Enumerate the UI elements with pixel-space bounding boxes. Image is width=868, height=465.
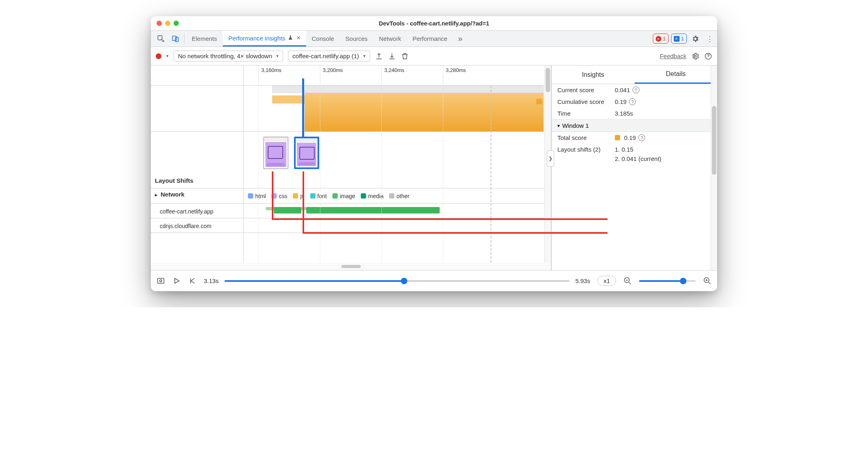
svg-point-6 <box>160 280 162 282</box>
legend-html: html <box>248 193 266 199</box>
close-tab-icon[interactable]: × <box>296 34 300 42</box>
main-area: Layout Shifts Network coffee-cart.netlif… <box>151 66 717 270</box>
device-toolbar-icon[interactable] <box>168 31 182 46</box>
issues-badge[interactable]: ≡ 1 <box>671 34 687 44</box>
svg-rect-2 <box>175 37 178 41</box>
help-icon[interactable] <box>704 52 712 60</box>
zoom-in-icon[interactable] <box>703 277 711 285</box>
network-legend: html css js font image media other <box>244 188 551 204</box>
layout-shifts-track[interactable] <box>244 132 551 188</box>
annotation-line <box>272 171 273 220</box>
zoom-slider[interactable] <box>639 280 696 282</box>
warn-swatch-icon <box>615 135 620 140</box>
more-tabs-icon[interactable]: » <box>453 31 468 46</box>
devtools-tabstrip: Elements Performance insights × Console … <box>151 31 717 47</box>
errors-badge[interactable]: × 1 <box>653 34 669 44</box>
chevron-down-icon: ▾ <box>363 53 366 59</box>
play-icon[interactable] <box>172 277 181 285</box>
marker-icon <box>536 99 542 104</box>
sidebar-scrollbar[interactable] <box>711 66 717 270</box>
svg-rect-5 <box>158 278 164 283</box>
layout-shifts-label: Layout Shifts <box>151 132 243 188</box>
throttling-select[interactable]: No network throttling, 4× slowdown ▾ <box>174 51 283 61</box>
close-window-button[interactable] <box>157 21 162 26</box>
toggle-visibility-icon[interactable] <box>157 277 165 285</box>
window-controls <box>157 21 179 26</box>
feedback-link[interactable]: Feedback <box>660 53 686 59</box>
current-score-value: 0.041 <box>615 87 630 93</box>
tab-performance[interactable]: Performance <box>407 31 453 46</box>
tab-elements[interactable]: Elements <box>186 31 223 46</box>
network-host-1[interactable]: coffee-cart.netlify.app <box>151 204 243 218</box>
legend-other: other <box>389 193 409 199</box>
record-button[interactable] <box>156 53 161 59</box>
tab-sources[interactable]: Sources <box>340 31 373 46</box>
zoom-out-icon[interactable] <box>623 277 632 285</box>
sidebar-tab-details[interactable]: Details <box>635 66 718 84</box>
import-icon[interactable] <box>388 52 396 60</box>
issue-icon: ≡ <box>674 36 680 42</box>
experiment-icon <box>288 35 293 42</box>
expand-sidebar-icon[interactable]: ❯ <box>547 150 554 167</box>
insights-toolbar: ▾ No network throttling, 4× slowdown ▾ c… <box>151 47 717 66</box>
horizontal-scrollbar[interactable] <box>151 263 551 270</box>
titlebar: DevTools - coffee-cart.netlify.app/?ad=1 <box>151 16 717 31</box>
annotation-line <box>303 232 608 234</box>
time-ruler: 3,160ms 3,200ms 3,240ms 3,280ms <box>244 66 551 86</box>
issues-count: 1 <box>681 36 684 42</box>
details-sidebar: ❯ Insights Details Current score 0.041? … <box>551 66 717 270</box>
range-start: 3.13s <box>204 277 219 284</box>
help-icon[interactable]: ? <box>633 87 639 93</box>
svg-rect-1 <box>172 36 176 40</box>
tab-performance-insights[interactable]: Performance insights × <box>223 31 306 46</box>
playback-speed[interactable]: x1 <box>597 276 616 286</box>
ruler-tick: 3,280ms <box>443 66 466 85</box>
layout-shift-thumb-2[interactable] <box>294 137 319 169</box>
throttling-value: No network throttling, 4× slowdown <box>178 53 272 59</box>
total-score-value: 0.19 <box>624 134 636 141</box>
window-section-header[interactable]: Window 1 <box>552 119 717 132</box>
total-score-row: Total score 0.19? <box>552 132 717 144</box>
range-end: 5.93s <box>575 277 590 284</box>
restart-icon[interactable] <box>188 277 197 285</box>
timeline-panel: Layout Shifts Network coffee-cart.netlif… <box>151 66 551 270</box>
panel-settings-icon[interactable] <box>691 52 699 60</box>
sidebar-tab-insights[interactable]: Insights <box>552 66 635 84</box>
main-thread-track[interactable] <box>244 86 551 132</box>
devtools-window: DevTools - coffee-cart.netlify.app/?ad=1… <box>151 16 717 291</box>
layout-shift-item-2[interactable]: 2. 0.041 (current) <box>615 155 661 162</box>
transport-bar: 3.13s 5.93s x1 <box>151 270 717 291</box>
ruler-tick: 3,240ms <box>381 66 404 85</box>
annotation-line <box>303 171 304 234</box>
maximize-window-button[interactable] <box>174 21 179 26</box>
minimize-window-button[interactable] <box>165 21 170 26</box>
kebab-menu-icon[interactable]: ⋮ <box>703 31 717 46</box>
export-icon[interactable] <box>375 52 383 60</box>
help-icon[interactable]: ? <box>638 134 645 141</box>
delete-icon[interactable] <box>401 52 409 60</box>
tab-network[interactable]: Network <box>373 31 407 46</box>
track-labels: Layout Shifts Network coffee-cart.netlif… <box>151 66 244 263</box>
help-icon[interactable]: ? <box>629 98 636 105</box>
record-menu-caret-icon[interactable]: ▾ <box>166 53 169 59</box>
settings-icon[interactable] <box>688 31 703 46</box>
network-host-2[interactable]: cdnjs.cloudflare.com <box>151 218 243 233</box>
layout-shift-thumb-1[interactable] <box>263 137 288 169</box>
tab-console[interactable]: Console <box>306 31 340 46</box>
network-row-2[interactable] <box>244 218 551 233</box>
network-row-1[interactable] <box>244 204 551 218</box>
chevron-down-icon: ▾ <box>276 53 279 59</box>
layout-shift-item-1[interactable]: 1. 0.15 <box>615 146 633 153</box>
time-slider[interactable] <box>224 280 570 282</box>
legend-css: css <box>271 193 287 199</box>
legend-font: font <box>310 193 327 199</box>
cumulative-score-value: 0.19 <box>615 98 627 105</box>
network-label[interactable]: Network <box>151 188 243 204</box>
legend-media: media <box>361 193 383 199</box>
inspect-element-icon[interactable] <box>153 31 168 46</box>
playhead-marker[interactable] <box>302 78 304 132</box>
window-title: DevTools - coffee-cart.netlify.app/?ad=1 <box>151 20 717 27</box>
errors-count: 1 <box>663 36 666 42</box>
ruler-tick: 3,200ms <box>320 66 343 85</box>
page-select[interactable]: coffee-cart.netlify.app (1) ▾ <box>288 51 370 61</box>
